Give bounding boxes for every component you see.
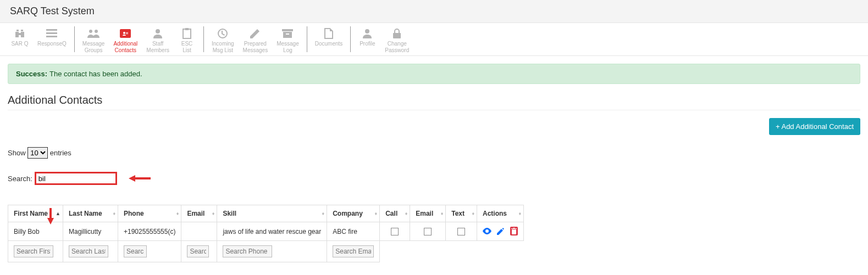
- svg-rect-12: [282, 29, 293, 31]
- binoculars-icon: [14, 27, 25, 40]
- toolbar-addcontacts[interactable]: Additional Contacts: [109, 25, 142, 53]
- checkbox-text[interactable]: [457, 228, 465, 235]
- cell-last: Magillicutty: [63, 222, 118, 241]
- col-text[interactable]: Text♦: [446, 205, 477, 222]
- main-toolbar: SAR QResponseQMessage GroupsAdditional C…: [0, 23, 868, 56]
- toolbar-incoming[interactable]: Incoming Msg List: [207, 25, 239, 53]
- search-input[interactable]: [35, 172, 117, 185]
- idcard-icon: [120, 27, 131, 40]
- person-icon: [363, 27, 372, 40]
- toolbar-label: ResponseQ: [37, 41, 67, 47]
- svg-rect-16: [393, 33, 401, 38]
- svg-rect-2: [46, 36, 57, 37]
- archive-icon: [282, 27, 293, 40]
- table-header-row: First Name▲ Last Name♦ Phone♦ Email♦ Ski…: [8, 205, 524, 222]
- toolbar-label: Staff Members: [146, 41, 169, 53]
- checkbox-call[interactable]: [391, 228, 399, 235]
- checkbox-email[interactable]: [424, 228, 432, 235]
- svg-point-8: [156, 29, 160, 33]
- toolbar-profile[interactable]: Profile: [354, 25, 380, 53]
- toolbar-label: Incoming Msg List: [212, 41, 234, 53]
- svg-rect-13: [283, 32, 292, 38]
- col-phone[interactable]: Phone♦: [118, 205, 181, 222]
- cell-skill: jaws of life and water rescue gear: [217, 222, 327, 241]
- toolbar-label: Change Password: [385, 41, 409, 53]
- svg-marker-18: [129, 175, 135, 182]
- toolbar-msglog[interactable]: Message Log: [272, 25, 303, 53]
- pencil-icon: [250, 27, 260, 40]
- col-first[interactable]: First Name▲: [8, 205, 63, 222]
- trash-icon[interactable]: [510, 227, 518, 235]
- toolbar-password[interactable]: Change Password: [380, 25, 413, 53]
- cell-first: Billy Bob: [8, 222, 63, 241]
- col-call[interactable]: Call♦: [380, 205, 410, 222]
- success-alert: Success:The contact has been added.: [8, 64, 860, 84]
- svg-point-5: [123, 32, 125, 34]
- filter-skill[interactable]: [223, 245, 272, 257]
- pencil-icon[interactable]: [497, 227, 505, 235]
- svg-rect-10: [185, 28, 189, 30]
- col-last[interactable]: Last Name♦: [63, 205, 118, 222]
- svg-point-4: [95, 30, 98, 33]
- cell-call: [380, 222, 410, 241]
- toolbar-responseq[interactable]: ResponseQ: [33, 25, 71, 53]
- user-icon: [153, 27, 162, 40]
- cell-actions: [477, 222, 524, 241]
- cell-cemail: [410, 222, 446, 241]
- cell-phone: +19025555555(c): [118, 222, 181, 241]
- svg-rect-0: [46, 29, 57, 31]
- alert-strong: Success:: [16, 70, 47, 78]
- search-label: Search:: [8, 175, 32, 183]
- table-filter-row: [8, 241, 524, 262]
- toolbar-label: Documents: [315, 41, 343, 47]
- toolbar-documents[interactable]: Documents: [311, 25, 347, 53]
- annotation-arrow-right: [129, 173, 151, 184]
- toolbar-label: Message Log: [277, 41, 299, 53]
- svg-point-15: [365, 29, 369, 33]
- alert-text: The contact has been added.: [49, 70, 142, 78]
- toolbar-msggroups[interactable]: Message Groups: [78, 25, 109, 53]
- col-actions: Actions♦: [477, 205, 524, 222]
- svg-rect-6: [126, 32, 128, 33]
- cell-text: [446, 222, 477, 241]
- filter-email[interactable]: [187, 245, 209, 257]
- page-title: Additional Contacts: [8, 94, 860, 106]
- users-icon: [87, 27, 99, 40]
- contacts-table: First Name▲ Last Name♦ Phone♦ Email♦ Ski…: [8, 205, 524, 262]
- svg-rect-1: [46, 32, 57, 34]
- entries-selector: Show 10 entries: [8, 147, 860, 159]
- filter-first[interactable]: [14, 245, 53, 257]
- toolbar-staff[interactable]: Staff Members: [142, 25, 174, 53]
- toolbar-label: Additional Contacts: [113, 41, 137, 53]
- eye-icon[interactable]: [483, 228, 491, 234]
- svg-point-21: [486, 231, 488, 232]
- toolbar-sarq[interactable]: SAR Q: [7, 25, 33, 53]
- col-skill[interactable]: Skill♦: [217, 205, 327, 222]
- lock-icon: [392, 27, 401, 40]
- cell-company: ABC fire: [327, 222, 380, 241]
- col-company[interactable]: Company♦: [327, 205, 380, 222]
- svg-rect-9: [183, 29, 191, 38]
- toolbar-esclist[interactable]: ESC List: [174, 25, 200, 53]
- toolbar-prepared[interactable]: Prepared Messages: [239, 25, 273, 53]
- filter-company[interactable]: [333, 245, 374, 257]
- filter-phone[interactable]: [124, 245, 147, 257]
- toolbar-label: Prepared Messages: [243, 41, 268, 53]
- cell-email: [181, 222, 217, 241]
- doc-icon: [324, 27, 333, 40]
- toolbar-label: Message Groups: [82, 41, 105, 53]
- entries-select[interactable]: 10: [27, 147, 48, 159]
- svg-point-3: [89, 30, 92, 33]
- svg-rect-14: [286, 33, 289, 35]
- table-row: Billy Bob Magillicutty +19025555555(c) j…: [8, 222, 524, 241]
- add-contact-button[interactable]: + Add Additional Contact: [769, 118, 860, 135]
- toolbar-label: ESC List: [181, 41, 193, 53]
- toolbar-label: SAR Q: [11, 41, 28, 47]
- col-email[interactable]: Email♦: [181, 205, 217, 222]
- divider: [8, 110, 860, 110]
- col-cemail[interactable]: Email♦: [410, 205, 446, 222]
- inbox-icon: [217, 27, 228, 40]
- filter-last[interactable]: [69, 245, 108, 257]
- svg-rect-7: [126, 33, 128, 34]
- toolbar-label: Profile: [360, 41, 375, 47]
